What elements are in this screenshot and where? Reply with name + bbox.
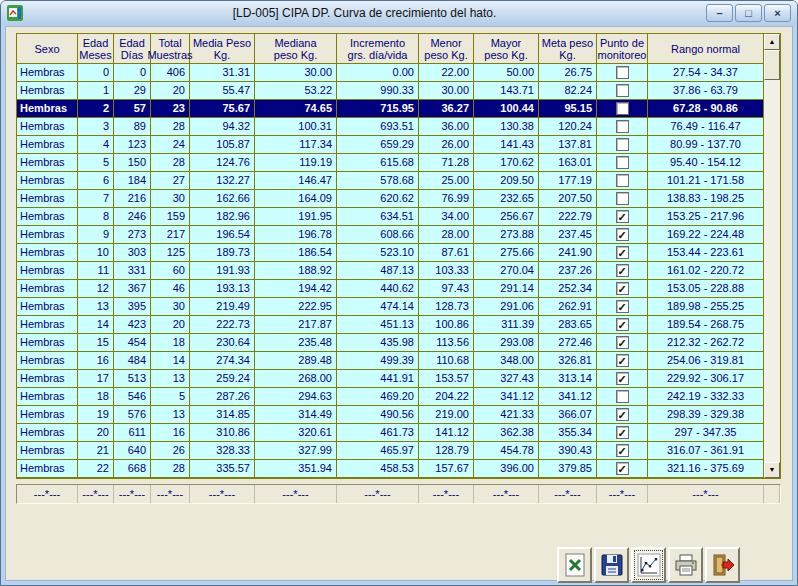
checkbox-unchecked[interactable] (616, 138, 629, 151)
table-row[interactable]: Hembras1292055.4753.22990.3330.00143.718… (17, 82, 764, 100)
cell: 222.73 (190, 316, 255, 334)
checkbox-checked[interactable]: ✓ (616, 210, 629, 223)
checkbox-checked[interactable]: ✓ (616, 444, 629, 457)
table-row[interactable]: Hembras412324105.87117.34659.2926.00141.… (17, 136, 764, 154)
cell: Hembras (17, 334, 78, 352)
checkbox-unchecked[interactable] (616, 390, 629, 403)
checkbox-checked[interactable]: ✓ (616, 318, 629, 331)
checkbox-unchecked[interactable] (616, 102, 629, 115)
table-row[interactable]: Hembras2164026328.33327.99465.97128.7945… (17, 442, 764, 460)
cell: 320.61 (255, 424, 337, 442)
cell: 273.88 (474, 226, 539, 244)
minimize-icon: – (716, 7, 722, 19)
cell: 461.73 (337, 424, 419, 442)
table-row[interactable]: Hembras3892894.32100.31693.5136.00130.38… (17, 118, 764, 136)
table-row[interactable]: Hembras1648414274.34289.48499.39110.6834… (17, 352, 764, 370)
print-button[interactable] (668, 547, 703, 583)
table-row[interactable]: Hembras2061116310.86320.61461.73141.1236… (17, 424, 764, 442)
cell: 22.00 (419, 64, 474, 82)
table-row[interactable]: Hembras0040631.3130.000.0022.0050.0026.7… (17, 64, 764, 82)
checkbox-unchecked[interactable] (616, 120, 629, 133)
checkbox-unchecked[interactable] (616, 66, 629, 79)
table-row[interactable]: Hembras1236746193.13194.42440.6297.43291… (17, 280, 764, 298)
table-row[interactable]: Hembras1442320222.73217.87451.13100.8631… (17, 316, 764, 334)
cell: 219.00 (419, 406, 474, 424)
table-row[interactable]: Hembras10303125189.73186.54523.1087.6127… (17, 244, 764, 262)
cell: 219.49 (190, 298, 255, 316)
table-row[interactable]: Hembras8246159182.96191.95634.5134.00256… (17, 208, 764, 226)
cell: Hembras (17, 172, 78, 190)
monitoreo-cell: ✓ (597, 280, 648, 298)
checkbox-checked[interactable]: ✓ (616, 246, 629, 259)
cell: 34.00 (419, 208, 474, 226)
maximize-button[interactable]: □ (735, 4, 762, 22)
cell: Hembras (17, 460, 78, 478)
table-row[interactable]: Hembras185465287.26294.63469.20204.22341… (17, 388, 764, 406)
cell: 26.00 (419, 136, 474, 154)
table-row[interactable]: Hembras721630162.66164.09620.6276.99232.… (17, 190, 764, 208)
scroll-down-button[interactable]: ▼ (764, 462, 780, 478)
vertical-scrollbar[interactable]: ▲ ▼ (764, 34, 780, 478)
cell: 396.00 (474, 460, 539, 478)
table-row[interactable]: Hembras1133160191.93188.92487.13103.3327… (17, 262, 764, 280)
checkbox-unchecked[interactable] (616, 156, 629, 169)
cell: 132.27 (190, 172, 255, 190)
checkbox-checked[interactable]: ✓ (616, 462, 629, 475)
cell: 326.81 (539, 352, 597, 370)
cell: 0 (114, 64, 151, 82)
checkbox-checked[interactable]: ✓ (616, 300, 629, 313)
table-row[interactable]: Hembras9273217196.54196.78608.6628.00273… (17, 226, 764, 244)
footer-cell: ---*--- (114, 485, 151, 503)
cell: Hembras (17, 100, 78, 118)
cell: 89 (114, 118, 151, 136)
scrollbar-thumb[interactable] (764, 50, 780, 80)
cell: 14 (78, 316, 114, 334)
cell: 100.31 (255, 118, 337, 136)
checkbox-checked[interactable]: ✓ (616, 354, 629, 367)
monitoreo-cell: ✓ (597, 460, 648, 478)
cell: 20 (78, 424, 114, 442)
table-row-selected[interactable]: Hembras2572375.6774.65715.9536.27100.449… (17, 100, 764, 118)
checkbox-checked[interactable]: ✓ (616, 228, 629, 241)
cell: 95.40 - 154.12 (648, 154, 764, 172)
table-row[interactable]: Hembras1751313259.24268.00441.91153.5732… (17, 370, 764, 388)
cell: Hembras (17, 136, 78, 154)
checkbox-checked[interactable]: ✓ (616, 264, 629, 277)
cell: 182.96 (190, 208, 255, 226)
app-icon[interactable] (7, 5, 23, 21)
checkbox-checked[interactable]: ✓ (616, 336, 629, 349)
cell: 94.32 (190, 118, 255, 136)
scroll-up-button[interactable]: ▲ (764, 34, 780, 50)
table-row[interactable]: Hembras1339530219.49222.95474.14128.7329… (17, 298, 764, 316)
monitoreo-cell: ✓ (597, 424, 648, 442)
exit-button[interactable] (705, 547, 740, 583)
cell: 298.39 - 329.38 (648, 406, 764, 424)
table-row[interactable]: Hembras515028124.76119.19615.6871.28170.… (17, 154, 764, 172)
chart-button[interactable] (631, 547, 666, 583)
checkbox-unchecked[interactable] (616, 84, 629, 97)
cell: 71.28 (419, 154, 474, 172)
cell: 287.26 (190, 388, 255, 406)
cell: 17 (78, 370, 114, 388)
cell: 137.81 (539, 136, 597, 154)
table-row[interactable]: Hembras2266828335.57351.94458.53157.6739… (17, 460, 764, 478)
checkbox-checked[interactable]: ✓ (616, 372, 629, 385)
cell: 130.38 (474, 118, 539, 136)
cell: 608.66 (337, 226, 419, 244)
save-button[interactable] (594, 547, 629, 583)
close-button[interactable]: × (764, 4, 791, 22)
table-row[interactable]: Hembras1545418230.64235.48435.98113.5629… (17, 334, 764, 352)
checkbox-checked[interactable]: ✓ (616, 282, 629, 295)
checkbox-unchecked[interactable] (616, 192, 629, 205)
monitoreo-cell (597, 64, 648, 82)
table-row[interactable]: Hembras1957613314.85314.49490.56219.0042… (17, 406, 764, 424)
export-excel-button[interactable] (557, 547, 592, 583)
minimize-button[interactable]: – (706, 4, 733, 22)
checkbox-unchecked[interactable] (616, 174, 629, 187)
table-row[interactable]: Hembras618427132.27146.47578.6825.00209.… (17, 172, 764, 190)
cell: 16 (78, 352, 114, 370)
checkbox-checked[interactable]: ✓ (616, 426, 629, 439)
client-area: SexoEdad MesesEdad DíasTotal MuestrasMed… (5, 26, 793, 581)
checkbox-checked[interactable]: ✓ (616, 408, 629, 421)
cell: 406 (151, 64, 190, 82)
